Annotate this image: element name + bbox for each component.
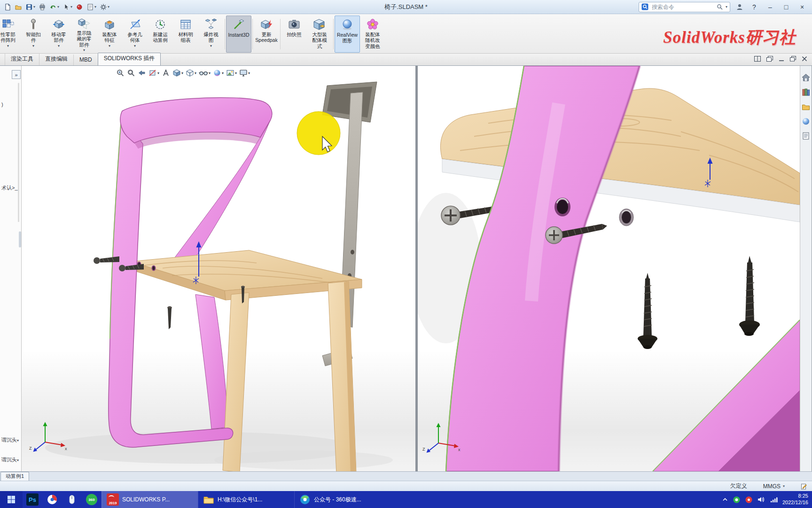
zoom-fit-icon[interactable]: [116, 68, 125, 78]
design-library-icon[interactable]: [802, 88, 810, 96]
ribbon-button-label: 装配体 随机改 变颜色: [365, 32, 380, 49]
viewport-left[interactable]: ▾ ▾ ▾ ▾ ▾ ▾ ▾: [22, 66, 415, 471]
units-selector[interactable]: MMGS▾: [763, 483, 785, 490]
appearances-icon[interactable]: [802, 117, 810, 126]
restore-icon[interactable]: [790, 56, 796, 62]
ribbon-button-move-component[interactable]: 移动零 部件 ▾: [46, 16, 71, 53]
ribbon-button-label: 智能扣 件: [26, 32, 41, 43]
split-pane-icon[interactable]: [754, 56, 761, 62]
save-icon[interactable]: ▾: [24, 1, 37, 13]
ribbon-button-label: 性零部 件阵列: [0, 32, 16, 43]
home-icon[interactable]: [802, 73, 810, 82]
ribbon-button-label: RealView 图形: [337, 32, 358, 44]
hidden-icons-chevron[interactable]: [722, 497, 728, 502]
taskbar-360[interactable]: 360: [82, 491, 102, 508]
taskbar-screenshot-tool[interactable]: [42, 491, 62, 508]
taskbar-app-folder[interactable]: H:\微信公众号\1...: [198, 491, 294, 508]
ribbon-button-assembly-random-colors[interactable]: 装配体 随机改 变颜色: [360, 16, 385, 53]
tab-render-tools[interactable]: 渲染工具: [5, 53, 39, 65]
ribbon-button-exploded-view[interactable]: 爆炸视 图 ▾: [198, 16, 224, 53]
custom-properties-icon[interactable]: [802, 132, 810, 140]
ribbon-button-smart-fasteners[interactable]: 智能扣 件 ▾: [21, 16, 46, 53]
ribbon-button-label: 大型装 配体模 式: [312, 32, 327, 49]
ribbon-button-take-snapshot[interactable]: 拍快照: [281, 16, 307, 53]
new-motion-study-icon: [154, 17, 166, 32]
ribbon-separator: [252, 19, 253, 49]
window-title: 椅子.SLDASM *: [384, 3, 428, 11]
zoom-area-icon[interactable]: [126, 68, 136, 78]
minimize-button[interactable]: –: [765, 3, 775, 11]
panel-splitter-handle[interactable]: [19, 231, 21, 247]
help-button[interactable]: ?: [749, 3, 759, 11]
display-style-icon[interactable]: ▾: [185, 68, 197, 78]
open-icon[interactable]: [13, 1, 23, 13]
ribbon-button-label: Instant3D: [228, 32, 250, 38]
rebuild-icon[interactable]: [74, 1, 85, 13]
heads-up-view-toolbar: ▾ ▾ ▾ ▾ ▾ ▾ ▾: [116, 68, 250, 78]
motion-study-tab[interactable]: 动算例1: [0, 472, 29, 481]
edit-appearance-icon[interactable]: ▾: [212, 68, 224, 78]
undo-icon[interactable]: ▾: [48, 1, 61, 13]
ribbon-button-new-motion-study[interactable]: 新建运 动算例: [148, 16, 173, 53]
ribbon-button-linear-component-pattern[interactable]: 性零部 件阵列 ▾: [0, 16, 21, 53]
ribbon-button-show-hidden-components[interactable]: 显示隐 藏的零 部件 ▾: [71, 16, 97, 53]
taskbar-clock[interactable]: 8:25 2022/12/16: [782, 491, 812, 508]
select-icon[interactable]: ▾: [61, 1, 74, 13]
section-view-icon[interactable]: ▾: [148, 68, 160, 78]
previous-view-icon[interactable]: [137, 68, 147, 78]
ribbon-button-update-speedpak[interactable]: 更新 Speedpak: [254, 16, 279, 53]
search-input[interactable]: [651, 3, 714, 11]
motion-manager-bar: 动算例1: [0, 471, 812, 481]
tray-network-icon[interactable]: [770, 497, 778, 503]
minimize-icon[interactable]: [779, 56, 784, 62]
close-icon[interactable]: [802, 56, 807, 62]
viewport-right[interactable]: x Z: [418, 66, 800, 471]
svg-text:Z: Z: [29, 446, 32, 451]
annotation-view-icon[interactable]: [161, 68, 171, 78]
reference-geometry-icon: [129, 17, 141, 32]
system-tray: [718, 491, 782, 508]
command-search-box[interactable]: ▾: [639, 2, 730, 12]
view-settings-icon[interactable]: ▾: [239, 68, 250, 78]
apply-scene-icon[interactable]: ▾: [226, 68, 237, 78]
ribbon-button-assembly-features[interactable]: 装配体 特征 ▾: [97, 16, 122, 53]
tray-record-icon[interactable]: [745, 496, 752, 503]
chevron-down-icon: ▾: [108, 5, 109, 9]
edit-sketch-icon[interactable]: [801, 483, 807, 490]
taskbar-app-browser[interactable]: 公众号 - 360极速...: [294, 491, 390, 508]
screw-vertical-2: [739, 256, 760, 336]
ribbon-button-reference-geometry[interactable]: 参考几 何体 ▾: [122, 16, 148, 53]
panel-scrollbar[interactable]: [18, 83, 19, 222]
feature-manager-expand-button[interactable]: »: [12, 70, 21, 79]
taskbar-mouse-tool[interactable]: [62, 491, 82, 508]
user-icon[interactable]: [736, 3, 743, 11]
options-gear-icon[interactable]: ▾: [98, 1, 111, 13]
start-button[interactable]: [0, 491, 23, 508]
tray-volume-icon[interactable]: [757, 496, 765, 503]
tab-direct-editing[interactable]: 直接编辑: [39, 53, 73, 65]
print-icon[interactable]: [37, 1, 47, 13]
tray-360-icon[interactable]: [733, 496, 740, 503]
chevron-down-icon: ▾: [157, 71, 159, 75]
ribbon-button-bill-of-materials[interactable]: 材料明 细表: [173, 16, 198, 53]
ribbon-button-label: 参考几 何体: [127, 32, 142, 43]
taskbar-photoshop[interactable]: Ps: [23, 491, 42, 508]
panel-text-fragment: ): [1, 102, 3, 107]
new-document-icon[interactable]: [2, 1, 13, 13]
new-window-icon[interactable]: [766, 56, 773, 62]
tab-solidworks-addins[interactable]: SOLIDWORKS 插件: [98, 53, 161, 65]
maximize-button[interactable]: □: [781, 3, 791, 11]
hide-show-items-icon[interactable]: ▾: [198, 68, 211, 78]
tab-mbd[interactable]: MBD: [73, 55, 98, 65]
file-explorer-icon[interactable]: [802, 103, 810, 111]
tab-evaluate[interactable]: 估: [0, 53, 5, 65]
file-properties-icon[interactable]: ▾: [85, 1, 98, 13]
chevron-down-icon: ▾: [222, 71, 224, 75]
ribbon-button-instant3d[interactable]: Instant3D: [226, 16, 251, 53]
exploded-view-icon: [205, 17, 217, 32]
view-orientation-icon[interactable]: ▾: [172, 68, 184, 78]
ribbon-button-realview-graphics[interactable]: RealView 图形: [335, 16, 360, 53]
taskbar-app-solidworks[interactable]: 2019 SOLIDWORKS P...: [102, 491, 198, 508]
close-button[interactable]: ×: [797, 3, 807, 11]
ribbon-button-large-assembly-mode[interactable]: 大型装 配体模 式: [307, 16, 332, 53]
